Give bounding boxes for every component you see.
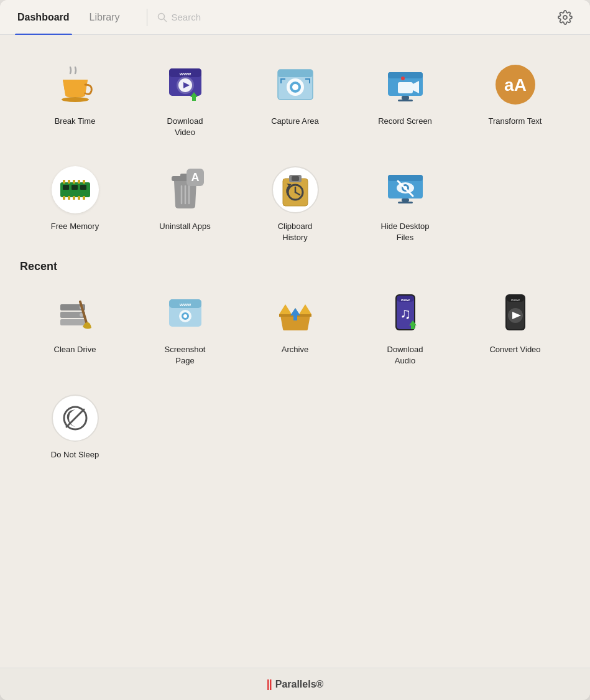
do-not-sleep-icon (60, 403, 90, 433)
svg-text:www: www (178, 302, 191, 307)
svg-text:www: www (400, 298, 409, 302)
download-video-icon: www (163, 62, 208, 107)
clean-drive-icon (54, 292, 96, 334)
uninstall-apps-item[interactable]: A Uninstall Apps (130, 155, 240, 250)
download-audio-label: Download Audio (387, 344, 423, 366)
clipboard-history-item[interactable]: Clipboard History (240, 155, 350, 250)
tab-dashboard-label: Dashboard (17, 12, 70, 23)
do-not-sleep-circle (52, 394, 99, 442)
hide-desktop-files-item[interactable]: Hide Desktop Files (350, 155, 460, 250)
svg-rect-25 (402, 96, 409, 100)
clipboard-history-circle (272, 166, 319, 213)
svg-text:aA: aA (504, 75, 527, 95)
svg-text:www: www (510, 298, 519, 302)
clean-drive-item[interactable]: Clean Drive (20, 278, 130, 373)
svg-rect-36 (68, 196, 70, 200)
record-screen-icon (383, 62, 428, 107)
svg-text:♫: ♫ (400, 305, 411, 322)
archive-label: Archive (282, 344, 308, 355)
svg-rect-52 (292, 176, 299, 181)
record-screen-icon-wrap (380, 60, 430, 110)
convert-video-icon-wrap: www (491, 288, 540, 338)
do-not-sleep-item[interactable]: Do Not Sleep (20, 383, 130, 468)
svg-rect-40 (63, 185, 69, 190)
svg-point-74 (183, 314, 187, 318)
extra-grid: Do Not Sleep (20, 383, 570, 468)
record-screen-item[interactable]: Record Screen (350, 50, 460, 145)
uninstall-apps-label: Uninstall Apps (159, 221, 210, 232)
tools-grid-row1: Break Time www (20, 50, 570, 145)
parallels-text: Parallels® (275, 679, 324, 690)
screenshot-page-item[interactable]: www Screenshot Page (130, 278, 240, 373)
clipboard-history-icon-wrap (270, 165, 320, 215)
svg-rect-26 (398, 100, 413, 101)
svg-rect-33 (78, 180, 80, 184)
convert-video-label: Convert Video (489, 344, 540, 355)
svg-rect-38 (78, 196, 80, 200)
free-memory-circle (52, 166, 99, 213)
recent-title: Recent (20, 260, 570, 273)
recent-grid: Clean Drive www (20, 278, 570, 373)
svg-rect-31 (68, 180, 70, 184)
tab-library-label: Library (90, 12, 120, 23)
screenshot-page-icon: www (164, 292, 206, 334)
parallels-logo: || Parallels® (267, 678, 324, 691)
archive-icon-wrap (270, 288, 320, 338)
download-video-item[interactable]: www Download Video (130, 50, 240, 145)
main-content: Break Time www (0, 35, 590, 668)
clean-drive-label: Clean Drive (54, 344, 96, 355)
tools-grid-row2: Free Memory (20, 155, 570, 250)
gear-icon (558, 10, 573, 25)
convert-video-item[interactable]: www Convert Video (460, 278, 570, 373)
download-audio-icon: www ♫ (384, 291, 426, 335)
capture-area-item[interactable]: Capture Area (240, 50, 350, 145)
break-time-icon-wrap (50, 60, 100, 110)
footer: || Parallels® (0, 668, 590, 700)
free-memory-label: Free Memory (51, 221, 99, 232)
download-audio-item[interactable]: www ♫ Download Audio (350, 278, 460, 373)
transform-text-item[interactable]: aA Transform Text (460, 50, 570, 145)
download-audio-icon-wrap: www ♫ (380, 288, 430, 338)
clean-drive-icon-wrap (50, 288, 100, 338)
svg-rect-42 (80, 185, 86, 190)
clipboard-history-icon (279, 172, 311, 207)
recent-section: Recent (20, 260, 570, 468)
svg-rect-35 (63, 196, 65, 200)
transform-text-label: Transform Text (489, 116, 542, 127)
settings-button[interactable] (555, 7, 575, 27)
svg-rect-34 (83, 180, 85, 184)
screenshot-page-label: Screenshot Page (165, 344, 206, 366)
header: Dashboard Library Search (0, 0, 590, 35)
capture-area-label: Capture Area (271, 116, 319, 127)
download-video-label: Download Video (167, 116, 203, 138)
svg-rect-19 (309, 78, 310, 83)
svg-rect-62 (398, 202, 413, 203)
hide-desktop-files-label: Hide Desktop Files (380, 221, 429, 243)
uninstall-apps-icon: A (165, 167, 205, 212)
svg-rect-41 (71, 185, 78, 190)
capture-area-icon (273, 62, 318, 107)
record-screen-label: Record Screen (378, 116, 432, 127)
break-time-icon (53, 62, 98, 107)
do-not-sleep-label: Do Not Sleep (51, 449, 99, 460)
tab-dashboard[interactable]: Dashboard (15, 0, 72, 35)
clipboard-history-label: Clipboard History (278, 221, 313, 243)
hide-desktop-files-icon-wrap (380, 165, 430, 215)
archive-item[interactable]: Archive (240, 278, 350, 373)
screenshot-page-icon-wrap: www (160, 288, 210, 338)
transform-text-icon: aA (493, 62, 538, 107)
svg-line-1 (164, 19, 167, 21)
tab-library[interactable]: Library (87, 0, 122, 35)
do-not-sleep-icon-wrap (50, 393, 100, 443)
convert-video-icon: www (494, 291, 537, 335)
search-placeholder: Search (171, 12, 201, 22)
app-window: Dashboard Library Search (0, 0, 590, 700)
hide-desktop-files-icon (383, 170, 428, 210)
free-memory-item[interactable]: Free Memory (20, 155, 130, 250)
svg-rect-32 (73, 180, 75, 184)
empty-slot (460, 155, 570, 250)
break-time-item[interactable]: Break Time (20, 50, 130, 145)
uninstall-apps-icon-wrap: A (160, 165, 210, 215)
archive-icon (274, 292, 316, 334)
search-box[interactable]: Search (157, 12, 555, 22)
